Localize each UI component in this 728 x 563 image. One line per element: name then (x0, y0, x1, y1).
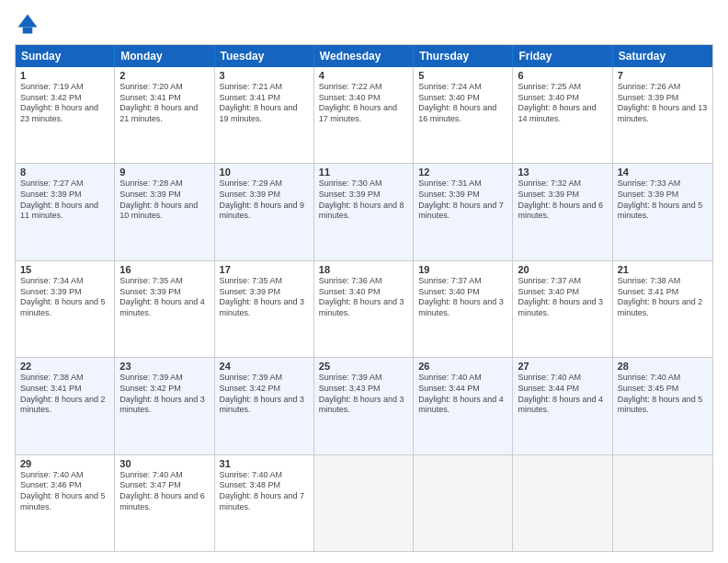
calendar-row: 8Sunrise: 7:27 AM Sunset: 3:39 PM Daylig… (16, 163, 712, 259)
page: SundayMondayTuesdayWednesdayThursdayFrid… (0, 0, 728, 563)
cell-info: Sunrise: 7:20 AM Sunset: 3:41 PM Dayligh… (119, 82, 209, 125)
header (15, 11, 713, 37)
calendar-cell: 27Sunrise: 7:40 AM Sunset: 3:44 PM Dayli… (513, 358, 612, 454)
calendar-cell: 16Sunrise: 7:35 AM Sunset: 3:39 PM Dayli… (115, 261, 214, 357)
day-number: 16 (119, 264, 209, 275)
cell-info: Sunrise: 7:34 AM Sunset: 3:39 PM Dayligh… (20, 276, 109, 319)
calendar-cell: 14Sunrise: 7:33 AM Sunset: 3:39 PM Dayli… (613, 164, 712, 259)
cell-info: Sunrise: 7:39 AM Sunset: 3:42 PM Dayligh… (220, 373, 309, 416)
cell-info: Sunrise: 7:33 AM Sunset: 3:39 PM Dayligh… (618, 178, 708, 222)
cell-info: Sunrise: 7:39 AM Sunset: 3:42 PM Dayligh… (119, 373, 209, 416)
cell-info: Sunrise: 7:39 AM Sunset: 3:43 PM Dayligh… (319, 373, 408, 416)
cell-info: Sunrise: 7:26 AM Sunset: 3:39 PM Dayligh… (618, 82, 708, 125)
cell-info: Sunrise: 7:19 AM Sunset: 3:42 PM Dayligh… (20, 82, 109, 125)
calendar-row: 1Sunrise: 7:19 AM Sunset: 3:42 PM Daylig… (16, 67, 712, 163)
cell-info: Sunrise: 7:40 AM Sunset: 3:45 PM Dayligh… (618, 373, 708, 416)
calendar-cell (314, 455, 414, 551)
calendar: SundayMondayTuesdayWednesdayThursdayFrid… (15, 44, 713, 552)
calendar-row: 29Sunrise: 7:40 AM Sunset: 3:46 PM Dayli… (16, 454, 712, 551)
calendar-cell: 25Sunrise: 7:39 AM Sunset: 3:43 PM Dayli… (314, 358, 414, 454)
calendar-cell: 17Sunrise: 7:35 AM Sunset: 3:39 PM Dayli… (215, 261, 314, 357)
calendar-cell: 23Sunrise: 7:39 AM Sunset: 3:42 PM Dayli… (115, 358, 214, 454)
calendar-cell: 18Sunrise: 7:36 AM Sunset: 3:40 PM Dayli… (314, 261, 414, 357)
calendar-cell: 6Sunrise: 7:25 AM Sunset: 3:40 PM Daylig… (513, 67, 612, 163)
day-number: 28 (618, 361, 708, 372)
cell-info: Sunrise: 7:40 AM Sunset: 3:47 PM Dayligh… (119, 470, 209, 513)
calendar-body: 1Sunrise: 7:19 AM Sunset: 3:42 PM Daylig… (16, 67, 712, 551)
calendar-header: SundayMondayTuesdayWednesdayThursdayFrid… (16, 45, 712, 67)
calendar-cell: 19Sunrise: 7:37 AM Sunset: 3:40 PM Dayli… (414, 261, 513, 357)
day-number: 12 (418, 167, 507, 178)
day-number: 15 (20, 264, 109, 275)
cell-info: Sunrise: 7:25 AM Sunset: 3:40 PM Dayligh… (518, 82, 607, 125)
day-number: 27 (518, 361, 607, 372)
calendar-cell (513, 455, 612, 551)
cell-info: Sunrise: 7:37 AM Sunset: 3:40 PM Dayligh… (418, 276, 507, 319)
cell-info: Sunrise: 7:30 AM Sunset: 3:39 PM Dayligh… (319, 178, 408, 222)
calendar-cell: 9Sunrise: 7:28 AM Sunset: 3:39 PM Daylig… (115, 164, 214, 259)
day-number: 25 (319, 361, 408, 372)
cell-info: Sunrise: 7:40 AM Sunset: 3:48 PM Dayligh… (220, 470, 309, 513)
calendar-cell: 21Sunrise: 7:38 AM Sunset: 3:41 PM Dayli… (613, 261, 712, 357)
calendar-cell: 24Sunrise: 7:39 AM Sunset: 3:42 PM Dayli… (215, 358, 314, 454)
logo-icon (15, 11, 40, 37)
day-number: 24 (220, 361, 309, 372)
calendar-cell: 8Sunrise: 7:27 AM Sunset: 3:39 PM Daylig… (16, 164, 115, 259)
day-number: 23 (119, 361, 209, 372)
cell-info: Sunrise: 7:27 AM Sunset: 3:39 PM Dayligh… (20, 178, 109, 222)
cell-info: Sunrise: 7:40 AM Sunset: 3:46 PM Dayligh… (20, 470, 109, 513)
day-number: 26 (418, 361, 507, 372)
day-number: 9 (119, 167, 209, 178)
calendar-cell: 2Sunrise: 7:20 AM Sunset: 3:41 PM Daylig… (115, 67, 214, 163)
day-number: 2 (119, 70, 209, 81)
cell-info: Sunrise: 7:24 AM Sunset: 3:40 PM Dayligh… (418, 82, 507, 125)
cell-info: Sunrise: 7:31 AM Sunset: 3:39 PM Dayligh… (418, 178, 507, 222)
cell-info: Sunrise: 7:29 AM Sunset: 3:39 PM Dayligh… (220, 178, 309, 222)
day-number: 19 (418, 264, 507, 275)
cell-info: Sunrise: 7:38 AM Sunset: 3:41 PM Dayligh… (618, 276, 708, 319)
header-day: Wednesday (314, 45, 414, 67)
cell-info: Sunrise: 7:38 AM Sunset: 3:41 PM Dayligh… (20, 373, 109, 416)
header-day: Saturday (613, 45, 712, 67)
logo (15, 11, 44, 37)
day-number: 20 (518, 264, 607, 275)
cell-info: Sunrise: 7:40 AM Sunset: 3:44 PM Dayligh… (518, 373, 607, 416)
day-number: 29 (20, 458, 109, 469)
svg-rect-1 (23, 28, 33, 34)
calendar-cell: 30Sunrise: 7:40 AM Sunset: 3:47 PM Dayli… (115, 455, 214, 551)
day-number: 13 (518, 167, 607, 178)
calendar-cell: 1Sunrise: 7:19 AM Sunset: 3:42 PM Daylig… (16, 67, 115, 163)
header-day: Sunday (16, 45, 115, 67)
day-number: 11 (319, 167, 408, 178)
calendar-row: 15Sunrise: 7:34 AM Sunset: 3:39 PM Dayli… (16, 260, 712, 357)
header-day: Thursday (414, 45, 513, 67)
day-number: 14 (618, 167, 708, 178)
cell-info: Sunrise: 7:21 AM Sunset: 3:41 PM Dayligh… (220, 82, 309, 125)
calendar-cell: 22Sunrise: 7:38 AM Sunset: 3:41 PM Dayli… (16, 358, 115, 454)
cell-info: Sunrise: 7:22 AM Sunset: 3:40 PM Dayligh… (319, 82, 408, 125)
day-number: 18 (319, 264, 408, 275)
calendar-cell: 13Sunrise: 7:32 AM Sunset: 3:39 PM Dayli… (513, 164, 612, 259)
day-number: 17 (220, 264, 309, 275)
day-number: 31 (220, 458, 309, 469)
calendar-cell: 10Sunrise: 7:29 AM Sunset: 3:39 PM Dayli… (215, 164, 314, 259)
header-day: Monday (115, 45, 214, 67)
day-number: 10 (220, 167, 309, 178)
calendar-cell: 7Sunrise: 7:26 AM Sunset: 3:39 PM Daylig… (613, 67, 712, 163)
day-number: 3 (220, 70, 309, 81)
calendar-cell: 5Sunrise: 7:24 AM Sunset: 3:40 PM Daylig… (414, 67, 513, 163)
calendar-cell (613, 455, 712, 551)
day-number: 6 (518, 70, 607, 81)
calendar-cell: 31Sunrise: 7:40 AM Sunset: 3:48 PM Dayli… (215, 455, 314, 551)
calendar-cell: 15Sunrise: 7:34 AM Sunset: 3:39 PM Dayli… (16, 261, 115, 357)
calendar-cell: 26Sunrise: 7:40 AM Sunset: 3:44 PM Dayli… (414, 358, 513, 454)
cell-info: Sunrise: 7:35 AM Sunset: 3:39 PM Dayligh… (119, 276, 209, 319)
cell-info: Sunrise: 7:36 AM Sunset: 3:40 PM Dayligh… (319, 276, 408, 319)
calendar-cell: 12Sunrise: 7:31 AM Sunset: 3:39 PM Dayli… (414, 164, 513, 259)
day-number: 5 (418, 70, 507, 81)
day-number: 22 (20, 361, 109, 372)
day-number: 8 (20, 167, 109, 178)
header-day: Tuesday (215, 45, 314, 67)
calendar-cell (414, 455, 513, 551)
calendar-cell: 20Sunrise: 7:37 AM Sunset: 3:40 PM Dayli… (513, 261, 612, 357)
